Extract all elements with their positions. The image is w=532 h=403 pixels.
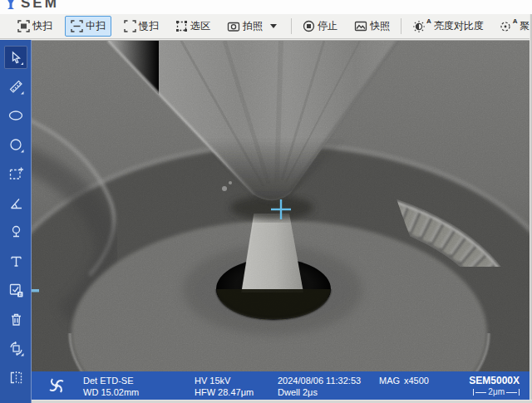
scale-bar-left-tick — [473, 389, 474, 396]
checkbox-edit-tool[interactable] — [4, 278, 27, 302]
photo-button[interactable]: 拍照 — [221, 16, 283, 37]
dashed-rect-plus-icon — [8, 166, 24, 182]
focus-icon — [499, 20, 512, 33]
mag-label: MAG — [379, 376, 400, 386]
fast-scan-icon — [17, 20, 30, 32]
snapshot-button[interactable]: 快照 — [348, 16, 396, 37]
edge-tick-marker — [32, 289, 39, 292]
pin-icon — [8, 224, 24, 240]
pin-marker-tool[interactable] — [4, 220, 27, 243]
toolbar-separator — [401, 18, 401, 34]
hfw-value: HFW 28.47μm — [195, 387, 254, 397]
stop-icon — [303, 20, 315, 32]
brightness-contrast-label: 亮度对比度 — [434, 19, 484, 33]
snapshot-icon — [354, 20, 367, 32]
main-toolbar: 快扫 中扫 慢扫 选区 — [0, 14, 532, 39]
slow-scan-label: 慢扫 — [139, 19, 159, 33]
sem-micrograph — [32, 41, 530, 371]
fast-scan-button[interactable]: 快扫 — [12, 16, 58, 37]
tool-sidebar — [0, 40, 32, 403]
app-header: SEM — [0, 0, 532, 14]
text-icon — [8, 253, 24, 269]
datetime-value: 2024/08/06 11:32:53 — [278, 376, 361, 386]
select-region-button[interactable]: 选区 — [170, 16, 216, 37]
toolbar-separator — [291, 18, 292, 34]
delete-tool[interactable] — [4, 307, 27, 331]
slow-scan-button[interactable]: 慢扫 — [118, 16, 165, 37]
circle-icon — [8, 137, 24, 153]
select-region-icon — [175, 20, 188, 32]
snapshot-label: 快照 — [370, 19, 390, 33]
ruler-icon — [8, 79, 24, 95]
auto-badge: A — [426, 17, 431, 25]
brightness-contrast-icon — [412, 20, 426, 33]
flip-icon — [8, 370, 24, 386]
app-title: SEM — [21, 0, 59, 12]
detector-value: Det ETD-SE — [83, 376, 134, 386]
scale-bar-line — [475, 392, 486, 393]
window-bottom-edge — [32, 400, 532, 403]
medium-scan-icon — [71, 20, 83, 32]
medium-scan-button[interactable]: 中扫 — [65, 16, 111, 37]
measure-ruler-tool[interactable] — [4, 75, 27, 98]
rotate-tool[interactable] — [4, 337, 27, 360]
focus-button[interactable]: A 聚焦 — [493, 16, 532, 37]
photo-dropdown-arrow[interactable] — [270, 24, 277, 28]
medium-scan-label: 中扫 — [86, 19, 106, 33]
scale-bar-right-tick — [519, 389, 520, 396]
wd-value: WD 15.02mm — [83, 387, 139, 397]
fast-scan-label: 快扫 — [32, 19, 52, 33]
photo-label: 拍照 — [243, 19, 263, 33]
camera-icon — [227, 20, 240, 32]
select-cursor-tool[interactable] — [4, 46, 27, 69]
scale-bar: 2μm — [473, 388, 520, 396]
circle-annotation-tool[interactable] — [4, 133, 27, 156]
status-bar: Det ETD-SE WD 15.02mm HV 15kV HFW 28.47μ… — [32, 371, 530, 400]
brightness-contrast-button[interactable]: A 亮度对比度 — [406, 16, 490, 37]
scale-bar-line — [506, 392, 517, 393]
checkbox-delete-icon — [8, 283, 24, 298]
rotate-icon — [8, 341, 24, 356]
cursor-icon — [8, 50, 24, 66]
select-region-label: 选区 — [190, 19, 210, 33]
flip-tool[interactable] — [4, 366, 27, 389]
angle-icon — [8, 195, 24, 211]
auto-badge: A — [513, 17, 518, 25]
ellipse-annotation-tool[interactable] — [4, 104, 27, 127]
hv-value: HV 15kV — [195, 376, 230, 386]
text-annotation-tool[interactable] — [4, 249, 27, 273]
mag-value: x4500 — [404, 376, 429, 386]
trash-icon — [8, 312, 24, 327]
sem-image-viewport[interactable] — [32, 40, 530, 371]
instrument-model: SEM5000X — [469, 375, 520, 386]
vendor-logo-icon — [45, 374, 68, 399]
scale-bar-value: 2μm — [488, 388, 505, 396]
angle-measure-tool[interactable] — [4, 191, 27, 214]
dwell-value: Dwell 2μs — [278, 387, 318, 397]
ellipse-icon — [7, 108, 24, 123]
app-logo-icon — [4, 0, 17, 14]
stop-button[interactable]: 停止 — [297, 16, 343, 37]
stop-label: 停止 — [318, 19, 337, 33]
slow-scan-icon — [124, 20, 136, 32]
rect-select-tool[interactable] — [4, 162, 27, 185]
